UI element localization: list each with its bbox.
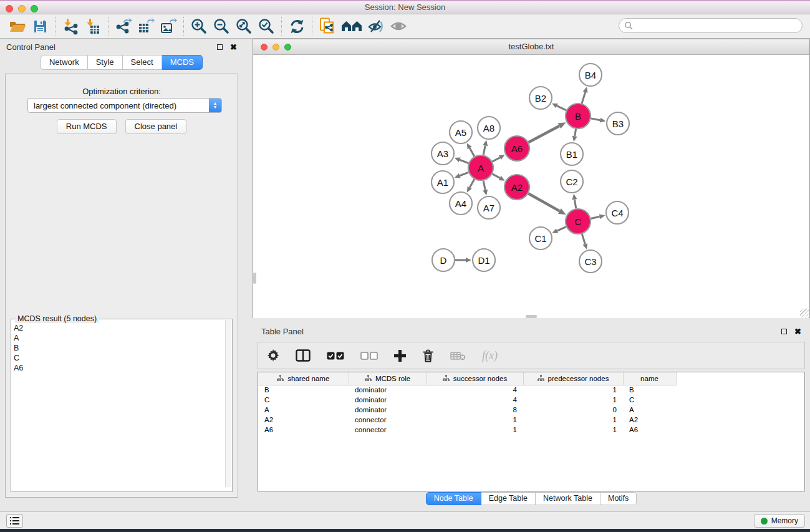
column-layout-icon[interactable] [296,349,311,362]
tab-style[interactable]: Style [88,55,123,70]
table-cell[interactable]: 4 [427,385,523,395]
zoom-in-icon[interactable] [188,16,210,36]
table-cell[interactable]: C [623,395,676,405]
network-minimize-button[interactable] [272,44,279,51]
result-scrollbar[interactable] [225,320,231,487]
table-cell[interactable]: A2 [623,415,676,425]
table-close-panel-icon[interactable]: ✖ [794,329,801,334]
deselect-all-icon[interactable] [360,352,378,360]
network-canvas[interactable]: B4B2BB3B1A5A8A3A6AA1A4A7A2C2CC4C1C3DD1 [253,56,809,318]
network-window-titlebar[interactable]: testGlobe.txt [253,39,809,55]
minimize-window-button[interactable] [18,5,26,12]
export-network-icon[interactable] [112,16,135,36]
add-column-icon[interactable] [394,350,406,362]
table-cell[interactable]: C [258,395,349,405]
export-table-icon[interactable] [135,16,157,36]
select-all-icon[interactable] [327,352,344,360]
table-row[interactable]: Adominator80A [258,405,676,415]
close-panel-icon[interactable]: ✖ [230,44,237,50]
maximize-window-button[interactable] [31,5,38,12]
window-controls[interactable] [6,5,38,12]
column-header-predecessor-nodes[interactable]: predecessor nodes [523,372,623,385]
export-image-icon[interactable] [157,16,180,36]
table-cell[interactable]: 1 [523,425,623,435]
mcds-result-list[interactable]: A2ABCA6 [11,319,232,373]
graph-edge-C-C4[interactable] [591,216,599,218]
tab-node-table[interactable]: Node Table [426,492,481,505]
table-cell[interactable]: A6 [258,425,349,435]
import-network-icon[interactable] [59,16,82,36]
graph-edge-C-C3[interactable] [582,234,585,244]
graph-edge-A-A1[interactable] [460,172,468,175]
table-cell[interactable]: dominator [349,405,427,415]
table-cell[interactable]: A6 [623,425,676,435]
table-cell[interactable]: dominator [349,385,427,395]
graph-edge-B-B4[interactable] [582,92,585,104]
search-input[interactable] [619,18,803,33]
network-graph[interactable]: B4B2BB3B1A5A8A3A6AA1A4A7A2C2CC4C1C3DD1 [253,56,809,318]
network-close-button[interactable] [261,44,268,51]
graph-edge-A-A8[interactable] [483,145,485,155]
graph-edge-A-A4[interactable] [470,179,475,187]
tab-network-table[interactable]: Network Table [536,492,600,505]
table-cell[interactable]: dominator [349,395,427,405]
table-row[interactable]: A6connector11A6 [258,425,676,435]
tab-edge-table[interactable]: Edge Table [481,492,536,505]
canvas-vertical-thumb[interactable] [253,273,256,284]
window-resize-grip[interactable] [800,309,809,317]
mcds-result-item[interactable]: B [14,343,232,353]
delete-table-icon[interactable] [450,351,466,360]
table-cell[interactable]: 1 [523,415,623,425]
column-header-name[interactable]: name [623,372,676,385]
table-row[interactable]: Bdominator41B [258,385,676,395]
tab-mcds[interactable]: MCDS [162,55,203,70]
table-cell[interactable]: 1 [523,385,623,395]
table-cell[interactable]: B [623,385,676,395]
show-all-icon[interactable] [387,16,410,36]
memory-button[interactable]: Memory [754,514,805,528]
graph-edge-A-A5[interactable] [470,148,475,156]
table-cell[interactable]: connector [349,415,427,425]
save-session-icon[interactable] [29,16,51,36]
zoom-out-icon[interactable] [210,16,233,36]
canvas-horizontal-thumb[interactable] [526,315,537,318]
first-neighbors-icon[interactable] [339,16,365,36]
table-cell[interactable]: A2 [258,415,349,425]
mcds-result-item[interactable]: A2 [14,323,232,333]
graph-edge-A-A6[interactable] [493,158,500,162]
new-network-from-selection-icon[interactable] [316,16,339,36]
optimization-criterion-select[interactable]: largest connected component (directed) ▲… [27,98,222,113]
table-cell[interactable]: connector [349,425,427,435]
column-header-MCDS-role[interactable]: MCDS role [349,372,427,385]
graph-edge-B-B2[interactable] [557,106,566,110]
mcds-result-item[interactable]: A [14,333,232,343]
table-cell[interactable]: 1 [427,425,523,435]
graph-edge-A-A3[interactable] [460,160,468,163]
gear-icon[interactable] [267,349,279,362]
table-row[interactable]: A2connector11A2 [258,415,676,425]
close-window-button[interactable] [6,5,13,12]
table-row[interactable]: Cdominator41C [258,395,676,405]
hide-selected-icon[interactable] [365,16,387,36]
import-table-icon[interactable] [82,16,104,36]
graph-edge-B-B1[interactable] [575,129,576,137]
graph-edge-C-C1[interactable] [557,227,566,231]
mcds-result-item[interactable]: C [14,353,232,363]
table-cell[interactable]: 1 [523,395,623,405]
tab-network[interactable]: Network [41,55,88,70]
mcds-result-item[interactable]: A6 [14,363,232,373]
graph-edge-B-B3[interactable] [591,118,600,120]
zoom-fit-icon[interactable] [233,16,255,36]
graph-edge-A2-C[interactable] [528,193,559,211]
network-window-controls[interactable] [261,44,291,51]
float-panel-icon[interactable] [217,44,223,50]
table-cell[interactable]: B [258,385,349,395]
graph-edge-C-C2[interactable] [574,200,576,209]
close-panel-button[interactable]: Close panel [125,119,187,134]
task-history-button[interactable] [6,514,23,528]
table-float-panel-icon[interactable] [781,329,787,334]
table-cell[interactable]: 8 [427,405,523,415]
table-cell[interactable]: A [623,405,676,415]
table-cell[interactable]: 1 [427,415,523,425]
network-maximize-button[interactable] [284,44,291,51]
